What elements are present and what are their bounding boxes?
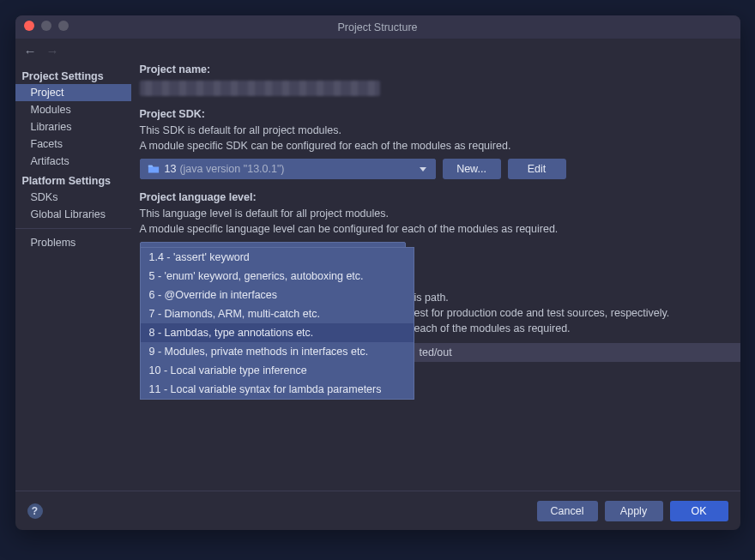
titlebar: Project Structure bbox=[15, 15, 740, 39]
lang-option-6[interactable]: 6 - @Override in interfaces bbox=[141, 286, 414, 304]
project-name-field[interactable] bbox=[140, 81, 380, 96]
sidebar-item-global-libraries[interactable]: Global Libraries bbox=[15, 206, 131, 223]
close-icon[interactable] bbox=[24, 21, 34, 31]
footer: ? Cancel Apply OK bbox=[15, 491, 740, 530]
label-language-level: Project language level: bbox=[140, 191, 728, 203]
behind-line-1: is path. bbox=[414, 290, 740, 305]
lang-desc-line2: A module specific language level can be … bbox=[140, 222, 728, 238]
sdk-desc-line2: A module specific SDK can be configured … bbox=[140, 139, 728, 154]
lang-desc-line1: This language level is default for all p… bbox=[140, 207, 728, 222]
cancel-button[interactable]: Cancel bbox=[537, 501, 598, 521]
compiler-output-help: is path. est for production code and tes… bbox=[414, 290, 740, 336]
sdk-selected-version: (java version "13.0.1") bbox=[179, 163, 284, 175]
sidebar-item-sdks[interactable]: SDKs bbox=[15, 189, 131, 206]
minimize-icon[interactable] bbox=[41, 21, 51, 31]
behind-line-3: each of the modules as required. bbox=[414, 321, 740, 336]
sidebar-item-libraries[interactable]: Libraries bbox=[15, 118, 131, 135]
sidebar-item-modules[interactable]: Modules bbox=[15, 101, 131, 118]
lang-option-7[interactable]: 7 - Diamonds, ARM, multi-catch etc. bbox=[141, 304, 414, 323]
edit-sdk-button[interactable]: Edit bbox=[508, 159, 566, 179]
lang-option-10[interactable]: 10 - Local variable type inference bbox=[141, 361, 414, 380]
new-sdk-button[interactable]: New... bbox=[443, 159, 501, 179]
sidebar-item-facets[interactable]: Facets bbox=[15, 135, 131, 153]
nav-toolbar: ← → bbox=[15, 39, 740, 58]
label-project-name: Project name: bbox=[140, 63, 728, 75]
sidebar-group-project-settings: Project Settings bbox=[15, 65, 131, 84]
back-icon[interactable]: ← bbox=[24, 45, 38, 58]
project-structure-window: Project Structure ← → Project Settings P… bbox=[15, 15, 740, 530]
main-panel: Project name: Project SDK: This SDK is d… bbox=[131, 58, 740, 491]
maximize-icon[interactable] bbox=[58, 21, 69, 31]
sdk-selected-value: 13 bbox=[165, 163, 177, 175]
compiler-output-value: ted/out bbox=[420, 346, 452, 358]
project-sdk-select[interactable]: 13 (java version "13.0.1") bbox=[140, 159, 436, 179]
language-level-dropdown[interactable]: 1.4 - 'assert' keyword 5 - 'enum' keywor… bbox=[140, 247, 414, 400]
help-icon[interactable]: ? bbox=[27, 503, 43, 519]
behind-line-2: est for production code and test sources… bbox=[414, 305, 740, 321]
compiler-output-field[interactable]: ted/out bbox=[414, 343, 740, 362]
chevron-down-icon bbox=[416, 167, 430, 172]
lang-option-9[interactable]: 9 - Modules, private methods in interfac… bbox=[141, 342, 414, 361]
sidebar-group-platform-settings: Platform Settings bbox=[15, 170, 131, 189]
lang-option-14[interactable]: 1.4 - 'assert' keyword bbox=[141, 248, 414, 267]
folder-icon bbox=[148, 163, 160, 175]
sidebar: Project Settings Project Modules Librari… bbox=[15, 58, 131, 491]
window-title: Project Structure bbox=[337, 21, 417, 33]
lang-option-8[interactable]: 8 - Lambdas, type annotations etc. bbox=[141, 323, 414, 342]
sdk-desc-line1: This SDK is default for all project modu… bbox=[140, 123, 728, 139]
sidebar-item-project[interactable]: Project bbox=[15, 84, 131, 101]
sidebar-divider bbox=[15, 228, 131, 229]
sidebar-item-artifacts[interactable]: Artifacts bbox=[15, 153, 131, 170]
traffic-lights bbox=[24, 21, 69, 31]
lang-option-5[interactable]: 5 - 'enum' keyword, generics, autoboxing… bbox=[141, 267, 414, 286]
forward-icon: → bbox=[46, 45, 60, 58]
lang-option-11[interactable]: 11 - Local variable syntax for lambda pa… bbox=[141, 380, 414, 399]
apply-button[interactable]: Apply bbox=[605, 501, 663, 521]
sidebar-item-problems[interactable]: Problems bbox=[15, 234, 131, 251]
label-project-sdk: Project SDK: bbox=[140, 108, 728, 120]
ok-button[interactable]: OK bbox=[670, 501, 728, 521]
